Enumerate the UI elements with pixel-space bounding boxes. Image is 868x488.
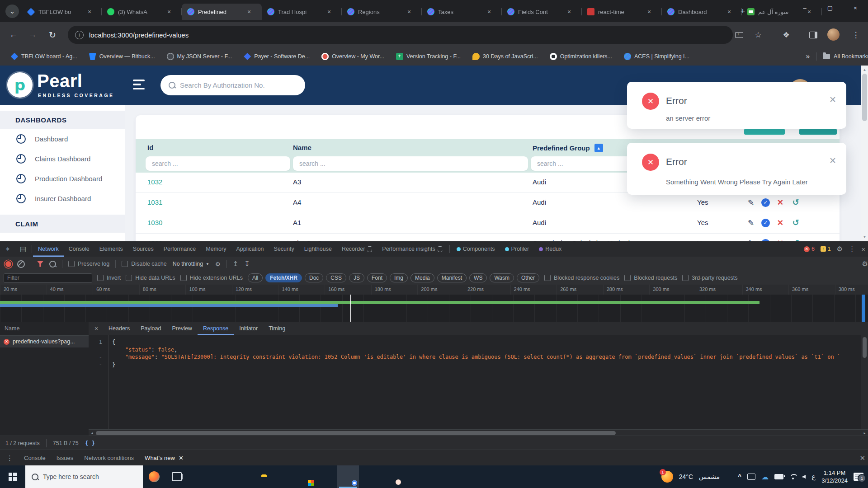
- tab-close-icon[interactable]: ×: [85, 8, 94, 16]
- extensions-icon[interactable]: ❖: [778, 27, 794, 42]
- import-har-icon[interactable]: ↥: [233, 260, 239, 268]
- filter-checkbox[interactable]: Invert: [97, 275, 121, 281]
- devtools-tab[interactable]: Elements: [94, 241, 128, 257]
- browser-tab[interactable]: Dashboard ×: [662, 4, 742, 20]
- scroll-down-arrow[interactable]: ▼: [861, 234, 868, 240]
- taskbar-app-icon[interactable]: [337, 465, 359, 488]
- devtools-extension-tab[interactable]: Profiler: [500, 241, 534, 257]
- devtools-tab[interactable]: Lighthouse: [299, 241, 337, 257]
- wifi-icon[interactable]: [789, 474, 797, 479]
- sidebar-item[interactable]: Dashboard: [0, 129, 125, 149]
- close-detail-icon[interactable]: ×: [90, 322, 102, 335]
- response-vertical-scrollbar[interactable]: [861, 335, 868, 429]
- devtools-tab[interactable]: Application: [231, 241, 269, 257]
- sort-ascending-icon[interactable]: ▲: [594, 144, 603, 152]
- browser-menu-kebab-icon[interactable]: ⋮: [848, 27, 863, 42]
- sidebar-item[interactable]: Claims Dashboard: [0, 149, 125, 169]
- browser-tab[interactable]: react-time ×: [582, 4, 662, 20]
- request-type-pill[interactable]: WS: [469, 273, 487, 282]
- approve-check-icon[interactable]: ✓: [761, 219, 770, 227]
- pearl-logo-icon[interactable]: p: [7, 72, 33, 98]
- sidebar-item[interactable]: Production Dashboard: [0, 169, 125, 188]
- bookmark-item[interactable]: Optimization killers...: [545, 51, 617, 62]
- console-error-badge[interactable]: ✕ 6: [804, 246, 815, 252]
- install-app-icon[interactable]: [731, 27, 747, 42]
- search-network-icon[interactable]: [49, 261, 56, 267]
- column-header-name[interactable]: Name: [293, 144, 311, 151]
- detail-tab[interactable]: Initiator: [234, 322, 263, 335]
- request-type-pill[interactable]: Img: [390, 273, 408, 282]
- network-overview-waterfall[interactable]: [0, 295, 868, 322]
- console-warning-badge[interactable]: ! 1: [821, 246, 831, 252]
- request-row[interactable]: ✕ predefined-values?pag...: [0, 336, 89, 347]
- column-header-id[interactable]: Id: [147, 144, 153, 151]
- new-tab-button[interactable]: +: [737, 5, 749, 17]
- delete-x-icon[interactable]: ×: [775, 218, 785, 228]
- delete-x-icon[interactable]: ×: [775, 238, 785, 241]
- pretty-print-braces-icon[interactable]: { }: [85, 440, 95, 446]
- column-header-predefined-group[interactable]: Predefined Group ▲: [533, 144, 603, 152]
- throttling-dropdown[interactable]: No throttling ▼: [173, 261, 209, 267]
- tab-close-icon[interactable]: ×: [325, 8, 333, 16]
- devtools-tab[interactable]: Sources: [128, 241, 159, 257]
- onedrive-cloud-icon[interactable]: ☁: [761, 473, 769, 481]
- show-hidden-icons-chevron[interactable]: ^: [738, 473, 741, 480]
- forward-button[interactable]: →: [25, 28, 40, 42]
- name-search-input[interactable]: [293, 156, 528, 171]
- taskbar-search-input[interactable]: Type here to search: [25, 465, 143, 488]
- history-icon[interactable]: ↺: [791, 218, 801, 228]
- blocked-checkbox[interactable]: 3rd-party requests: [682, 275, 737, 281]
- devtools-tab[interactable]: Security: [269, 241, 299, 257]
- response-viewer[interactable]: 1--- { "status": false, "message": "SQLS…: [89, 335, 861, 429]
- filter-checkbox[interactable]: Hide data URLs: [126, 275, 175, 281]
- side-panel-icon[interactable]: [806, 27, 821, 42]
- taskbar-app-icon[interactable]: [272, 465, 294, 488]
- disable-cache-checkbox[interactable]: Disable cache: [122, 261, 167, 267]
- tab-close-icon[interactable]: ×: [565, 8, 573, 16]
- browser-tab[interactable]: TBFLOW bo ×: [22, 4, 102, 20]
- scrollbar-thumb[interactable]: [862, 74, 867, 121]
- taskbar-clock[interactable]: 1:14 PM 3/12/2024: [821, 469, 848, 484]
- cast-icon[interactable]: [747, 474, 755, 480]
- devtools-tab[interactable]: Performance: [159, 241, 201, 257]
- devtools-settings-gear-icon[interactable]: ⚙: [837, 245, 843, 253]
- browser-tab[interactable]: Regions ×: [342, 4, 422, 20]
- requests-name-header[interactable]: Name: [0, 322, 89, 336]
- tab-close-icon[interactable]: ×: [405, 8, 413, 16]
- browser-tab[interactable]: Taxes ×: [422, 4, 502, 20]
- hidden-action-button-sliver[interactable]: [744, 129, 785, 135]
- bookmark-item[interactable]: My JSON Server - F...: [162, 51, 237, 62]
- weather-icon[interactable]: 1: [661, 471, 673, 483]
- drawer-tab-close-icon[interactable]: ✕: [179, 455, 184, 461]
- drawer-tab[interactable]: Issues: [51, 450, 79, 466]
- tab-close-icon[interactable]: ×: [485, 8, 493, 16]
- network-settings-gear-icon[interactable]: ⚙: [862, 260, 868, 268]
- bookmark-item[interactable]: Payer - Software De...: [239, 51, 314, 62]
- clear-network-log-icon[interactable]: [17, 260, 25, 268]
- browser-tab[interactable]: (3) WhatsA ×: [102, 4, 182, 20]
- bookmark-item[interactable]: 30 Days of JavaScri...: [468, 51, 542, 62]
- devtools-tab[interactable]: Memory: [201, 241, 231, 257]
- devtools-menu-kebab-icon[interactable]: ⋮: [849, 245, 855, 253]
- network-filter-input[interactable]: [4, 273, 92, 283]
- speaker-icon[interactable]: [802, 475, 806, 479]
- request-type-pill[interactable]: Media: [410, 273, 434, 282]
- request-type-pill[interactable]: Manifest: [437, 273, 467, 282]
- devtools-tab[interactable]: Network: [33, 241, 64, 257]
- drawer-tab[interactable]: Network conditions: [79, 450, 139, 466]
- task-view-button[interactable]: [165, 465, 188, 488]
- hamburger-menu-icon[interactable]: [133, 80, 145, 89]
- address-bar[interactable]: i localhost:3000/predefined-values: [68, 26, 733, 44]
- request-type-pill[interactable]: Other: [517, 273, 539, 282]
- weather-temperature[interactable]: 24°C: [679, 473, 693, 480]
- devtools-tab[interactable]: Recorder: [337, 241, 377, 257]
- tab-close-icon[interactable]: ×: [725, 8, 733, 16]
- filter-checkbox[interactable]: Hide extension URLs: [180, 275, 243, 281]
- search-highlights-icon[interactable]: [143, 465, 165, 488]
- record-network-log-button[interactable]: [5, 261, 11, 267]
- table-row[interactable]: 1029 Flat On Gross Commission Calculatio…: [136, 234, 840, 241]
- scroll-up-arrow[interactable]: ▲: [861, 66, 868, 73]
- bookmark-item[interactable]: Overview — Bitbuck...: [85, 51, 160, 62]
- tab-close-icon[interactable]: ×: [245, 8, 253, 16]
- detail-tab[interactable]: Timing: [263, 322, 291, 335]
